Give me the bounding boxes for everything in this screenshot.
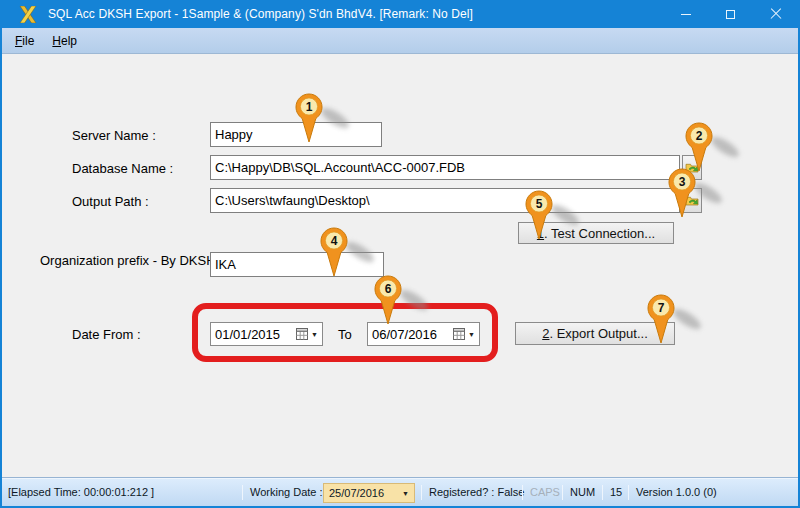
registered-status-text: Registered? : False [429, 479, 524, 506]
working-date-dropdown[interactable]: 25/07/2016 ▼ [323, 483, 415, 503]
minimize-button[interactable] [663, 0, 708, 28]
working-date-label: Working Date : [250, 479, 323, 506]
svg-text:7: 7 [658, 301, 665, 315]
browse-folder-icon [685, 195, 699, 207]
output-browse-button[interactable] [682, 188, 702, 213]
output-path-input[interactable] [210, 188, 680, 213]
maximize-icon [726, 10, 735, 19]
version-text: Version 1.0.0 (0) [636, 479, 717, 506]
statusbar-separator [522, 485, 523, 500]
window-title: SQL Acc DKSH Export - 1Sample & (Company… [48, 7, 473, 21]
statusbar-separator [242, 485, 243, 500]
database-name-input[interactable] [210, 155, 680, 180]
date-from-label: Date From : [72, 327, 141, 343]
dropdown-arrow-icon[interactable]: ▼ [468, 331, 475, 338]
database-browse-button[interactable] [682, 155, 702, 180]
statusbar-separator [628, 485, 629, 500]
test-connection-button[interactable]: 1. Test Connection... [518, 222, 674, 244]
calendar-icon [453, 328, 465, 340]
dropdown-arrow-icon: ▼ [402, 490, 409, 497]
minimize-icon [681, 14, 691, 15]
date-to-picker[interactable]: 06/07/2016 ▼ [367, 322, 480, 346]
output-path-label: Output Path : [72, 194, 149, 210]
menu-item-help[interactable]: Help [43, 31, 86, 51]
svg-text:4: 4 [331, 234, 338, 248]
date-to-value: 06/07/2016 [372, 327, 453, 342]
svg-text:1: 1 [306, 100, 313, 114]
close-icon [770, 8, 782, 20]
app-logo-icon [18, 6, 38, 23]
app-window: SQL Acc DKSH Export - 1Sample & (Company… [0, 0, 800, 508]
record-count: 15 [610, 479, 622, 506]
org-prefix-input[interactable] [210, 252, 384, 277]
dropdown-arrow-icon[interactable]: ▼ [311, 331, 318, 338]
maximize-button[interactable] [708, 0, 753, 28]
elapsed-time-text: [Elapsed Time: 00:00:01:212 ] [8, 479, 154, 506]
browse-folder-icon [685, 162, 699, 174]
menu-bar: File Help [0, 28, 800, 54]
window-controls [663, 0, 798, 28]
caps-indicator: CAPS [530, 479, 560, 506]
status-bar: [Elapsed Time: 00:00:01:212 ] Working Da… [0, 478, 800, 506]
statusbar-separator [562, 485, 563, 500]
close-button[interactable] [753, 0, 798, 28]
working-date-value: 25/07/2016 [329, 487, 402, 499]
statusbar-separator [602, 485, 603, 500]
calendar-icon [296, 328, 308, 340]
statusbar-separator [421, 485, 422, 500]
database-name-label: Database Name : [72, 161, 173, 177]
date-to-label: To [338, 327, 352, 343]
menu-item-file[interactable]: File [6, 31, 43, 51]
org-prefix-label: Organization prefix - By DKSH [40, 253, 216, 269]
svg-text:2: 2 [696, 129, 703, 143]
server-name-input[interactable] [210, 122, 382, 147]
date-from-value: 01/01/2015 [215, 327, 296, 342]
title-bar[interactable]: SQL Acc DKSH Export - 1Sample & (Company… [0, 0, 800, 28]
num-indicator: NUM [570, 479, 595, 506]
svg-text:6: 6 [385, 282, 392, 296]
date-from-picker[interactable]: 01/01/2015 ▼ [210, 322, 323, 346]
export-output-button[interactable]: 2. Export Output... [515, 322, 675, 345]
server-name-label: Server Name : [72, 128, 156, 144]
